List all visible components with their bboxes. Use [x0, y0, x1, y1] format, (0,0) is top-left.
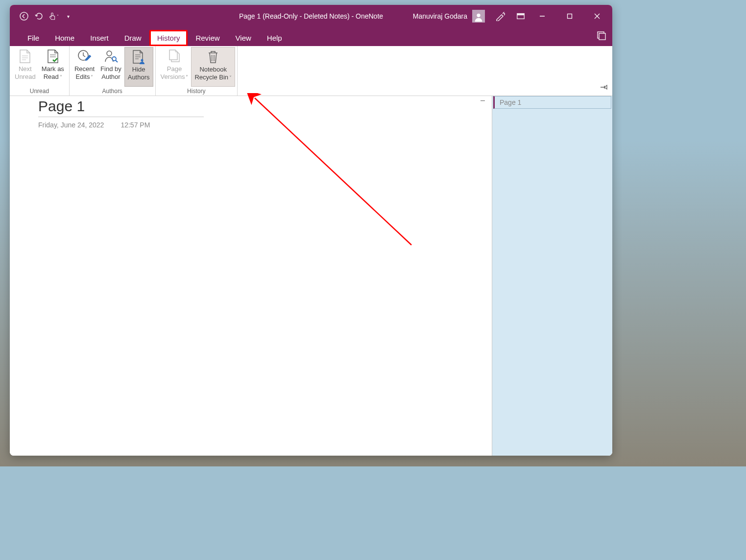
page-icon	[17, 49, 33, 64]
tab-help[interactable]: Help	[259, 30, 290, 46]
ribbon-group-unread: Next Unread Mark as Read˅ Unread	[10, 46, 70, 96]
tab-file[interactable]: File	[20, 30, 47, 46]
svg-rect-5	[568, 14, 572, 19]
collapse-sidebar-icon[interactable]: –	[481, 96, 485, 105]
close-button[interactable]	[586, 5, 608, 27]
titlebar: ˅ ▾ Page 1 (Read-Only - Deleted Notes) -…	[10, 5, 612, 27]
ribbon-tabs: File Home Insert Draw History Review Vie…	[10, 27, 612, 46]
svg-line-18	[116, 60, 118, 62]
page-time: 12:57 PM	[120, 121, 150, 129]
tab-history[interactable]: History	[149, 30, 188, 46]
tab-draw[interactable]: Draw	[117, 30, 149, 46]
share-icon[interactable]	[597, 30, 606, 42]
page-versions-button: Page Versions˅	[158, 47, 192, 87]
group-label-history: History	[187, 87, 205, 96]
notebook-recycle-bin-button[interactable]: Notebook Recycle Bin˅	[191, 47, 235, 87]
tab-insert[interactable]: Insert	[82, 30, 117, 46]
window-title: Page 1 (Read-Only - Deleted Notes) - One…	[239, 12, 383, 20]
tab-home[interactable]: Home	[47, 30, 82, 46]
touch-mode-icon[interactable]: ˅	[48, 11, 59, 22]
svg-point-1	[477, 14, 480, 17]
group-label-unread: Unread	[30, 87, 49, 96]
svg-point-22	[141, 59, 144, 62]
maximize-button[interactable]	[558, 5, 581, 27]
person-search-icon	[103, 49, 119, 64]
pin-ribbon-icon[interactable]	[600, 84, 607, 93]
content-area: Page 1 Friday, June 24, 2022 12:57 PM – …	[10, 96, 612, 456]
page-date: Friday, June 24, 2022	[38, 121, 104, 129]
svg-rect-3	[517, 14, 524, 16]
minimize-button[interactable]	[531, 5, 553, 27]
pages-stack-icon	[167, 49, 182, 64]
clock-edit-icon	[76, 49, 92, 64]
chevron-down-icon: ˅	[91, 74, 93, 80]
next-unread-button: Next Unread	[12, 47, 39, 87]
quick-access-toolbar: ˅ ▾	[10, 11, 73, 22]
user-name[interactable]: Manuviraj Godara	[413, 12, 467, 20]
svg-point-16	[107, 51, 112, 56]
ribbon-group-authors: Recent Edits˅ Find by Author Hide Author…	[70, 46, 156, 96]
chevron-down-icon: ˅	[60, 74, 62, 80]
page-meta: Friday, June 24, 2022 12:57 PM	[38, 121, 492, 129]
ribbon-mode-icon[interactable]	[515, 11, 526, 22]
page-check-icon	[45, 49, 61, 64]
back-icon[interactable]	[19, 11, 29, 22]
page-person-icon	[131, 49, 146, 65]
tab-view[interactable]: View	[228, 30, 259, 46]
group-label-authors: Authors	[102, 87, 122, 96]
undo-icon[interactable]	[33, 11, 44, 22]
svg-rect-9	[599, 33, 605, 40]
page-list-item[interactable]: Page 1	[493, 96, 611, 109]
page-canvas[interactable]: Page 1 Friday, June 24, 2022 12:57 PM	[10, 96, 492, 456]
avatar[interactable]	[472, 10, 485, 23]
page-title[interactable]: Page 1	[38, 98, 204, 117]
page-list-sidebar: – Page 1	[492, 96, 612, 456]
ribbon: Next Unread Mark as Read˅ Unread	[10, 46, 612, 96]
titlebar-right: Manuviraj Godara	[413, 5, 612, 27]
hide-authors-button[interactable]: Hide Authors	[124, 47, 153, 87]
trash-icon	[205, 49, 221, 65]
ribbon-group-history: Page Versions˅ Notebook Recycle Bin˅ His…	[156, 46, 238, 96]
tab-review[interactable]: Review	[188, 30, 227, 46]
customize-qat-icon[interactable]: ▾	[63, 11, 73, 22]
recent-edits-button[interactable]: Recent Edits˅	[72, 47, 97, 87]
chevron-down-icon: ˅	[229, 75, 232, 80]
svg-point-0	[20, 12, 28, 20]
svg-point-17	[112, 57, 116, 61]
drawing-icon[interactable]	[495, 11, 505, 22]
chevron-down-icon: ˅	[186, 74, 188, 80]
find-by-author-button[interactable]: Find by Author	[97, 47, 124, 87]
app-window: ˅ ▾ Page 1 (Read-Only - Deleted Notes) -…	[10, 5, 612, 456]
mark-as-read-button[interactable]: Mark as Read˅	[39, 47, 67, 87]
